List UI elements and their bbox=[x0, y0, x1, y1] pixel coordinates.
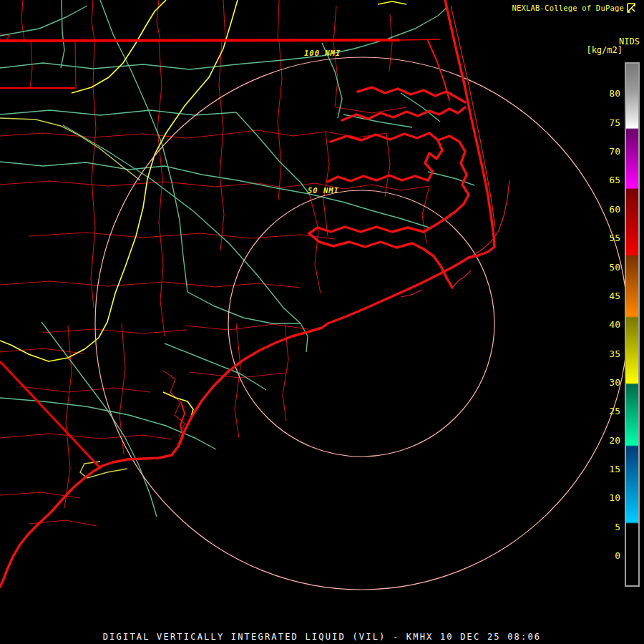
legend-tick: 10 bbox=[599, 493, 620, 503]
highways-green bbox=[0, 0, 474, 517]
legend-tick: 75 bbox=[599, 118, 620, 128]
legend-colorbar bbox=[625, 62, 640, 587]
legend-tick: 0 bbox=[599, 551, 620, 561]
legend-tick: 45 bbox=[599, 291, 620, 301]
border-nc-sc bbox=[0, 361, 99, 467]
legend-tick: 70 bbox=[599, 147, 620, 157]
radar-display: NEXLAB-College of DuPage NIDS [kg/m2] 80… bbox=[0, 0, 644, 644]
ring-label-100nmi: 100 NMI bbox=[304, 49, 341, 57]
product-caption: DIGITAL VERTICALLY INTEGRATED LIQUID (VI… bbox=[0, 632, 644, 642]
ring-50nmi bbox=[228, 190, 494, 457]
border-va-nc bbox=[0, 40, 399, 41]
legend-tick: 15 bbox=[599, 464, 620, 474]
legend-unit-label: [kg/m2] bbox=[586, 45, 623, 55]
state-borders bbox=[0, 39, 440, 467]
legend-tick: 20 bbox=[599, 436, 620, 446]
header: NEXLAB-College of DuPage bbox=[512, 3, 636, 13]
radar-map bbox=[0, 0, 644, 644]
highways-yellow bbox=[0, 0, 406, 478]
legend-tick: 65 bbox=[599, 175, 620, 185]
legend-tick: 50 bbox=[599, 263, 620, 273]
legend-tick: 55 bbox=[599, 233, 620, 243]
legend-tick: 60 bbox=[599, 205, 620, 215]
legend-tick: 80 bbox=[599, 89, 620, 99]
ring-label-50nmi: 50 NMI bbox=[308, 186, 339, 195]
legend-tick: 35 bbox=[599, 349, 620, 359]
legend-tick: 30 bbox=[599, 378, 620, 388]
legend-tick: 25 bbox=[599, 406, 620, 416]
college-of-dupage-logo-icon bbox=[627, 3, 636, 13]
page-title: NEXLAB-College of DuPage bbox=[512, 4, 624, 12]
legend-tick: 40 bbox=[599, 320, 620, 330]
county-boundaries bbox=[0, 0, 429, 526]
legend-tick: 5 bbox=[599, 522, 620, 532]
